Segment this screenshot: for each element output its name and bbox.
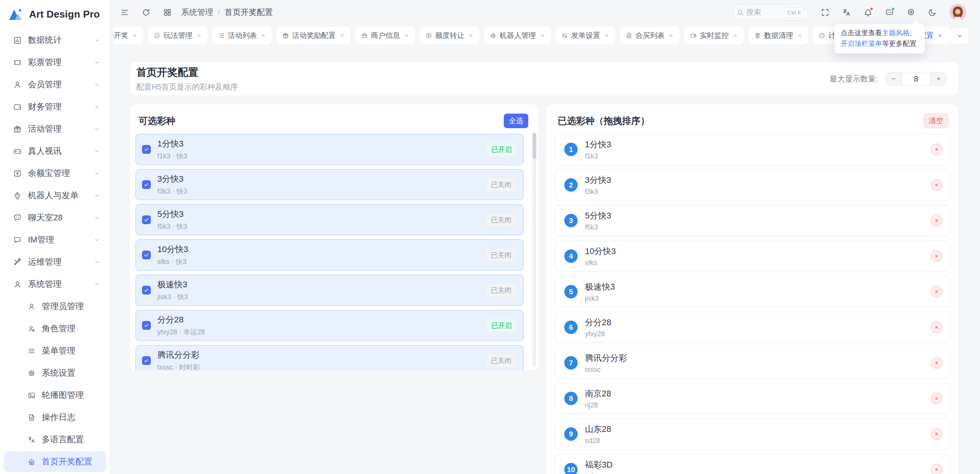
tab-close-icon[interactable]	[540, 33, 545, 38]
tab-data-clean[interactable]: 数据清理	[748, 27, 808, 44]
checkbox-checked[interactable]	[142, 180, 151, 189]
available-item-sfks[interactable]: 10分快3sfks · 快3已关闭	[136, 239, 524, 270]
remove-button[interactable]	[931, 428, 942, 440]
refresh-button[interactable]	[142, 8, 150, 17]
remove-button[interactable]	[931, 215, 942, 226]
tab-close-icon[interactable]	[261, 33, 266, 38]
remove-button[interactable]	[931, 143, 942, 155]
remove-button[interactable]	[931, 179, 942, 191]
sidebar-item-live-video[interactable]: 真人视讯	[0, 140, 110, 162]
dark-mode-button[interactable]	[928, 8, 937, 17]
scrollbar-thumb[interactable]	[532, 133, 536, 159]
selected-item-jisk3[interactable]: 5极速快3jisk3	[555, 276, 951, 307]
sidebar-item-im-manage[interactable]: IM管理	[0, 229, 110, 251]
available-item-yfxy28[interactable]: 分分28yfxy28 · 幸运28已开启	[136, 310, 524, 341]
remove-button[interactable]	[931, 357, 942, 369]
item-text: 1分快3f1k3	[585, 139, 611, 160]
available-item-f3k3[interactable]: 3分快3f3k3 · 快3已关闭	[136, 169, 524, 200]
sidebar-item-home-lottery-config[interactable]: 首页开奖配置	[4, 451, 106, 472]
sidebar-item-chatroom28[interactable]: 聊天室28	[0, 207, 110, 229]
checkbox-checked[interactable]	[142, 286, 151, 295]
stepper-decrease-button[interactable]	[885, 72, 902, 85]
select-all-button[interactable]: 全选	[504, 114, 528, 128]
tab-close-icon[interactable]	[340, 33, 345, 38]
checkbox-checked[interactable]	[142, 145, 151, 154]
sidebar-item-operation-logs[interactable]: 操作日志	[0, 406, 110, 428]
clear-button[interactable]: 清空	[924, 114, 948, 128]
tab-overflow-button[interactable]	[951, 28, 969, 44]
apps-grid-button[interactable]	[163, 8, 172, 17]
tab-activity-list[interactable]: 活动列表	[212, 27, 272, 44]
sidebar-item-system-manage[interactable]: 系统管理	[0, 273, 110, 295]
remove-button[interactable]	[931, 464, 942, 474]
notifications-button[interactable]	[864, 8, 872, 17]
tab-activity-reward[interactable]: 活动奖励配置	[276, 27, 351, 44]
tab-close-icon[interactable]	[404, 33, 409, 38]
selected-item-yfxy28[interactable]: 6分分28yfxy28	[555, 312, 951, 343]
remove-button[interactable]	[931, 250, 942, 262]
sidebar-item-lottery-manage[interactable]: 彩票管理	[0, 51, 110, 73]
search-input[interactable]	[746, 8, 772, 16]
tab-close-icon[interactable]	[797, 33, 802, 38]
messages-button[interactable]	[885, 8, 894, 17]
tab-close-icon[interactable]	[196, 33, 202, 38]
tooltip-link[interactable]: 开启顶栏菜单	[841, 40, 882, 47]
tab-lottery-draw[interactable]: 开奖	[113, 27, 143, 44]
selected-item-f1k3[interactable]: 11分快3f1k3	[555, 134, 951, 165]
tab-merchant-info[interactable]: 商户信息	[355, 27, 415, 44]
tab-close-icon[interactable]	[733, 33, 738, 38]
available-item-f5k3[interactable]: 5分快3f5k3 · 快3已关闭	[136, 204, 524, 235]
sidebar-item-carousel-manage[interactable]: 轮播图管理	[0, 384, 110, 406]
selected-item-txssc[interactable]: 7腾讯分分彩txssc	[555, 347, 951, 378]
remove-button[interactable]	[931, 286, 942, 298]
sidebar-item-member-manage[interactable]: 会员管理	[0, 73, 110, 96]
selected-item-sfks[interactable]: 410分快3sfks	[555, 241, 951, 272]
tab-realtime-monitor[interactable]: 实时监控	[684, 27, 744, 44]
tab-close-icon[interactable]	[938, 33, 943, 38]
fullscreen-button[interactable]	[821, 8, 830, 17]
checkbox-checked[interactable]	[142, 321, 151, 330]
sidebar-item-yuebao-manage[interactable]: 余额宝管理	[0, 162, 110, 184]
sidebar-item-finance-manage[interactable]: 财务管理	[0, 96, 110, 118]
sidebar-item-system-settings[interactable]: 系统设置	[0, 362, 110, 384]
sidebar-item-admin-manage[interactable]: 管理员管理	[0, 295, 110, 318]
selected-item-sd28[interactable]: 9山东28sd28	[555, 419, 951, 450]
settings-button[interactable]	[906, 8, 915, 17]
sidebar-item-robot-orders[interactable]: 机器人与发单	[0, 184, 110, 207]
checkbox-checked[interactable]	[142, 251, 151, 259]
sidebar-item-activity-manage[interactable]: 活动管理	[0, 118, 110, 140]
sidebar-item-menu-manage[interactable]: 菜单管理	[0, 340, 110, 362]
user-avatar[interactable]	[949, 4, 966, 21]
available-item-txssc[interactable]: 腾讯分分彩txssc · 时时彩已关闭	[136, 345, 524, 370]
sidebar-item-data-stats[interactable]: 数据统计	[0, 29, 110, 51]
tab-close-icon[interactable]	[604, 33, 609, 38]
remove-button[interactable]	[931, 393, 942, 404]
sidebar-item-i18n-config[interactable]: 多语言配置	[0, 428, 110, 451]
tab-quota-transfer[interactable]: 额度转让	[420, 27, 479, 44]
tab-group-buy-list[interactable]: 合买列表	[620, 27, 679, 44]
collapse-menu-button[interactable]	[120, 8, 129, 17]
sidebar-item-role-manage[interactable]: 角色管理	[0, 318, 110, 340]
search-box[interactable]: Ctrl k	[733, 4, 808, 20]
checkbox-checked[interactable]	[142, 215, 151, 224]
selected-item-f5k3[interactable]: 35分快3f5k3	[555, 205, 951, 236]
tab-close-icon[interactable]	[132, 33, 137, 38]
available-item-f1k3[interactable]: 1分快3f1k3 · 快3已开启	[136, 134, 524, 165]
breadcrumb-parent[interactable]: 系统管理	[181, 7, 213, 18]
stepper-increase-button[interactable]	[930, 72, 947, 85]
item-text: 5分快3f5k3 · 快3	[157, 208, 187, 231]
tab-order-settings[interactable]: 发单设置	[555, 27, 615, 44]
checkbox-checked[interactable]	[142, 356, 151, 365]
available-item-jisk3[interactable]: 极速快3jisk3 · 快3已关闭	[136, 275, 524, 306]
tab-close-icon[interactable]	[468, 33, 474, 38]
selected-item-f3k3[interactable]: 23分快3f3k3	[555, 169, 951, 200]
language-button[interactable]	[842, 8, 851, 17]
selected-item-nj28[interactable]: 8南京28nj28	[555, 383, 951, 414]
sidebar-item-ops-manage[interactable]: 运维管理	[0, 251, 110, 273]
remove-button[interactable]	[931, 321, 942, 333]
tooltip-link[interactable]: 主题风格	[882, 29, 910, 37]
selected-item-fc3d[interactable]: 10福彩3Dfc3d	[555, 454, 951, 474]
tab-play-manage[interactable]: 玩法管理	[148, 27, 207, 44]
tab-close-icon[interactable]	[668, 33, 674, 38]
tab-robot-manage[interactable]: 机器人管理	[484, 27, 551, 44]
